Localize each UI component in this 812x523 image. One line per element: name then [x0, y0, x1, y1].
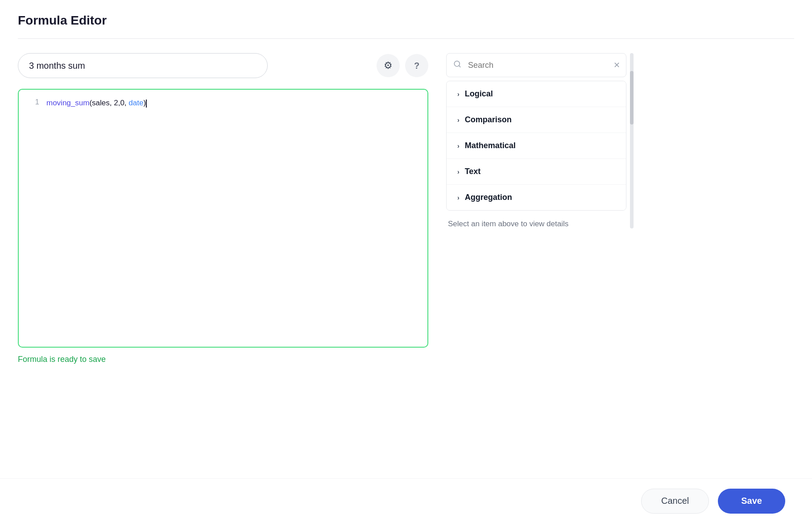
header-divider: [18, 38, 794, 39]
cancel-button[interactable]: Cancel: [641, 489, 709, 514]
code-param-2: 2: [114, 99, 118, 107]
search-box-wrapper: ✕: [446, 53, 626, 77]
question-icon: ?: [414, 61, 419, 71]
right-panel-inner: ✕ › Logical › Comparison › Mathematical: [446, 53, 634, 228]
svg-line-1: [459, 66, 460, 67]
code-param-sales: sales: [92, 99, 110, 107]
category-label-aggregation: Aggregation: [465, 193, 512, 202]
cursor: [146, 100, 147, 108]
select-hint: Select an item above to view details: [446, 220, 626, 228]
header-icons: ⚙ ?: [377, 54, 428, 77]
categories-list: › Logical › Comparison › Mathematical › …: [446, 81, 626, 211]
category-item-mathematical[interactable]: › Mathematical: [447, 133, 626, 159]
clear-icon: ✕: [613, 61, 620, 70]
right-panel: ✕ › Logical › Comparison › Mathematical: [446, 53, 634, 228]
category-label-logical: Logical: [465, 89, 493, 99]
formula-name-input[interactable]: [18, 53, 268, 78]
chevron-logical-icon: ›: [457, 91, 460, 98]
clear-search-button[interactable]: ✕: [613, 60, 620, 70]
code-function: moving_sum: [46, 99, 89, 107]
code-param-date: date: [128, 99, 143, 107]
settings-button[interactable]: ⚙: [377, 54, 400, 77]
category-label-comparison: Comparison: [465, 115, 512, 125]
main-content: ⚙ ? 1 moving_sum(sales, 2,0, date): [18, 53, 794, 364]
formula-name-row: ⚙ ?: [18, 53, 428, 78]
code-content[interactable]: moving_sum(sales, 2,0, date): [46, 97, 420, 338]
category-label-mathematical: Mathematical: [465, 141, 516, 150]
chevron-mathematical-icon: ›: [457, 142, 460, 149]
category-item-comparison[interactable]: › Comparison: [447, 107, 626, 133]
chevron-comparison-icon: ›: [457, 116, 460, 124]
search-input[interactable]: [446, 53, 626, 77]
scrollbar-thumb: [630, 71, 634, 125]
category-label-text: Text: [465, 167, 481, 176]
category-item-logical[interactable]: › Logical: [447, 81, 626, 107]
search-icon: [453, 60, 461, 71]
code-editor-inner: 1 moving_sum(sales, 2,0, date): [26, 97, 420, 338]
chevron-aggregation-icon: ›: [457, 194, 460, 201]
code-comma1: ,: [110, 99, 114, 107]
bottom-bar: Cancel Save: [0, 478, 812, 523]
line-numbers: 1: [26, 97, 39, 338]
category-item-text[interactable]: › Text: [447, 159, 626, 185]
code-comma3: ,: [124, 99, 128, 107]
formula-status: Formula is ready to save: [18, 355, 428, 364]
save-button[interactable]: Save: [718, 489, 785, 514]
code-editor[interactable]: 1 moving_sum(sales, 2,0, date): [18, 89, 428, 348]
left-panel: ⚙ ? 1 moving_sum(sales, 2,0, date): [18, 53, 428, 364]
right-scrollbar[interactable]: [630, 53, 634, 228]
line-number-1: 1: [26, 98, 39, 107]
gear-icon: ⚙: [384, 60, 393, 71]
category-item-aggregation[interactable]: › Aggregation: [447, 185, 626, 210]
page-title: Formula Editor: [18, 13, 794, 28]
help-button[interactable]: ?: [405, 54, 428, 77]
code-param-0: 0: [120, 99, 124, 107]
chevron-text-icon: ›: [457, 168, 460, 175]
